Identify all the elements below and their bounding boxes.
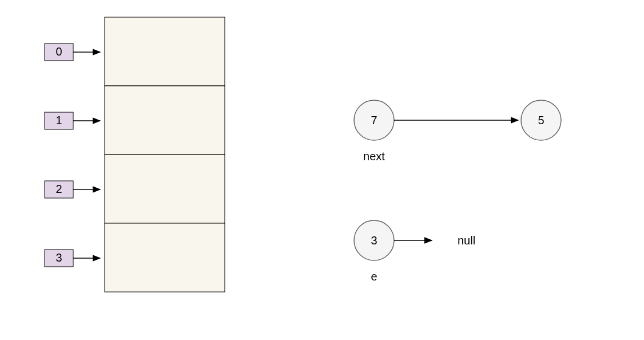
next-label: next <box>363 150 385 163</box>
slot-column <box>105 17 225 292</box>
index-label-0: 0 <box>55 45 62 58</box>
slot-1 <box>105 86 225 155</box>
index-arrows <box>73 52 100 258</box>
linked-list-top: 7 5 next <box>354 100 561 163</box>
slot-3 <box>105 223 225 292</box>
linked-list-bottom: 3 null e <box>354 220 475 283</box>
index-label-2: 2 <box>55 183 62 195</box>
null-label: null <box>458 234 475 247</box>
index-label-3: 3 <box>55 251 62 264</box>
hashmap-diagram: 0 1 2 3 7 5 next 3 null e <box>0 0 644 340</box>
index-column: 0 1 2 3 <box>45 44 73 267</box>
e-label: e <box>371 270 377 283</box>
node-7-label: 7 <box>371 114 377 126</box>
slot-0 <box>105 17 225 86</box>
node-5-label: 5 <box>538 114 544 126</box>
slot-2 <box>105 155 225 223</box>
node-3-label: 3 <box>371 234 377 247</box>
index-label-1: 1 <box>55 114 62 126</box>
